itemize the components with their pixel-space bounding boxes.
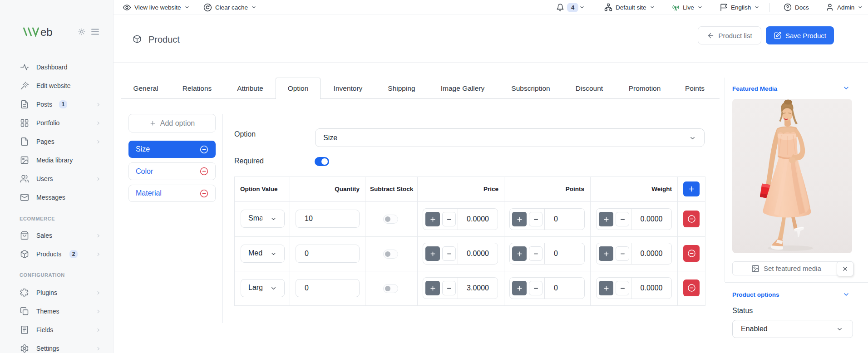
svg-text:eb: eb <box>40 26 53 37</box>
